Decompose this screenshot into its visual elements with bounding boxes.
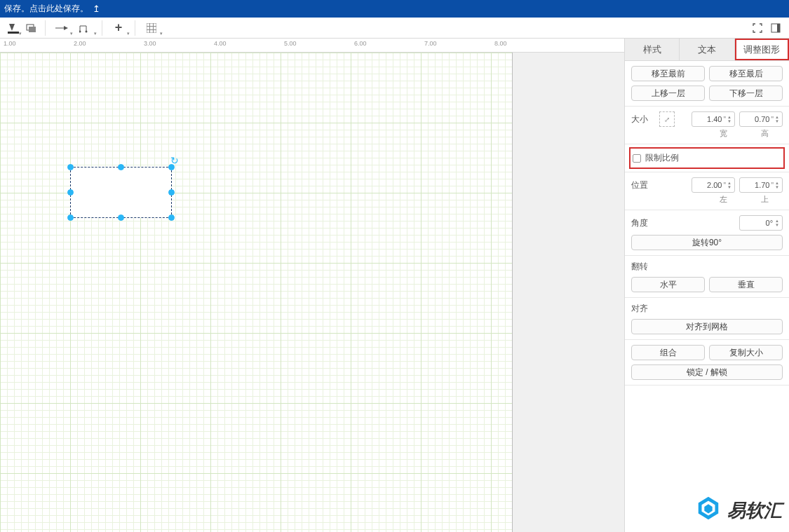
constrain-checkbox-row[interactable]: 限制比例 xyxy=(631,149,783,167)
size-section: 大小 ⤢ 1.40"▲▼ 0.70"▲▼ 宽高 xyxy=(625,107,789,144)
ruler-tick: 6.00 xyxy=(354,40,367,47)
x-sublabel: 左 xyxy=(720,194,727,205)
resize-handle-bm[interactable] xyxy=(118,214,124,221)
group-section: 组合 复制大小 锁定 / 解锁 xyxy=(625,340,789,386)
selected-shape[interactable]: ↻ xyxy=(70,167,172,218)
rotate90-button[interactable]: 旋转90° xyxy=(631,235,783,250)
insert-tool[interactable]: +▾ xyxy=(107,19,130,37)
to-front-button[interactable]: 移至最前 xyxy=(631,66,705,81)
angle-input[interactable]: 0°▲▼ xyxy=(739,215,783,231)
y-input[interactable]: 1.70"▲▼ xyxy=(739,177,783,193)
order-section: 移至最前 移至最后 上移一层 下移一层 xyxy=(625,61,789,107)
ruler-tick: 8.00 xyxy=(494,40,507,47)
flip-horizontal-button[interactable]: 水平 xyxy=(631,277,705,292)
angle-section: 角度 0°▲▼ 旋转90° xyxy=(625,210,789,256)
constrain-checkbox[interactable] xyxy=(633,154,641,163)
title-bar: 保存。点击此处保存。 ↥ xyxy=(0,0,789,18)
svg-point-4 xyxy=(79,30,81,32)
resize-handle-tr[interactable] xyxy=(168,164,175,170)
width-sublabel: 宽 xyxy=(720,128,727,139)
svg-rect-2 xyxy=(29,27,36,32)
flip-vertical-button[interactable]: 垂直 xyxy=(709,277,783,292)
format-panel: 样式 文本 调整图形 移至最前 移至最后 上移一层 下移一层 大小 ⤢ 1.40… xyxy=(624,39,789,532)
width-input[interactable]: 1.40"▲▼ xyxy=(692,111,735,127)
watermark-text: 易软汇 xyxy=(727,498,782,523)
size-label: 大小 xyxy=(631,114,655,125)
waypoint-tool[interactable]: ▾ xyxy=(74,19,97,37)
constrain-section: 限制比例 xyxy=(625,144,789,172)
lock-unlock-button[interactable]: 锁定 / 解锁 xyxy=(631,364,783,380)
format-tabs: 样式 文本 调整图形 xyxy=(625,39,789,61)
unsaved-text[interactable]: 保存。点击此处保存。 xyxy=(4,3,88,15)
toolbar-separator xyxy=(135,20,135,36)
resize-handle-tm[interactable] xyxy=(118,164,124,170)
ruler-tick: 2.00 xyxy=(74,40,86,47)
height-input[interactable]: 0.70"▲▼ xyxy=(739,111,783,127)
tab-text[interactable]: 文本 xyxy=(680,39,734,60)
copy-size-button[interactable]: 复制大小 xyxy=(709,345,783,360)
align-header: 对齐 xyxy=(631,303,783,315)
flip-header: 翻转 xyxy=(631,261,783,273)
toolbar-separator xyxy=(102,20,102,36)
tab-style[interactable]: 样式 xyxy=(625,39,680,60)
position-label: 位置 xyxy=(631,179,655,191)
position-section: 位置 2.00"▲▼ 1.70"▲▼ 左上 xyxy=(625,172,789,210)
forward-button[interactable]: 上移一层 xyxy=(631,86,705,101)
ruler-tick: 5.00 xyxy=(284,40,297,47)
height-sublabel: 高 xyxy=(761,128,769,139)
svg-point-5 xyxy=(86,30,88,32)
x-input[interactable]: 2.00"▲▼ xyxy=(692,177,735,193)
grid-tool[interactable]: ▾ xyxy=(140,19,163,37)
y-sublabel: 上 xyxy=(761,194,769,205)
autosize-icon[interactable]: ⤢ xyxy=(659,111,675,127)
group-button[interactable]: 组合 xyxy=(631,345,705,360)
fill-color-tool[interactable]: ▾ xyxy=(4,19,22,37)
toolbar: ▾ ▾ ▾ +▾ ▾ xyxy=(0,18,789,39)
ruler-tick: 3.00 xyxy=(144,40,156,47)
resize-handle-mr[interactable] xyxy=(168,189,175,196)
backward-button[interactable]: 下移一层 xyxy=(709,86,783,101)
constrain-label: 限制比例 xyxy=(645,152,679,164)
ruler-tick: 4.00 xyxy=(214,40,227,47)
format-panel-toggle[interactable] xyxy=(767,19,785,37)
connector-style-tool[interactable]: ▾ xyxy=(50,19,74,37)
page-edge xyxy=(512,53,624,532)
resize-handle-ml[interactable] xyxy=(67,189,74,196)
flip-section: 翻转 水平 垂直 xyxy=(625,256,789,298)
resize-handle-tl[interactable] xyxy=(67,164,74,170)
ruler-tick: 1.00 xyxy=(4,40,16,47)
align-section: 对齐 对齐到网格 xyxy=(625,298,789,340)
svg-rect-0 xyxy=(8,32,19,34)
watermark-icon xyxy=(695,495,722,526)
angle-label: 角度 xyxy=(631,217,648,229)
canvas-grid[interactable]: ↻ xyxy=(0,53,624,532)
to-back-button[interactable]: 移至最后 xyxy=(709,66,783,81)
share-icon[interactable]: ↥ xyxy=(93,4,100,14)
toolbar-separator xyxy=(45,20,46,36)
fullscreen-tool[interactable] xyxy=(748,19,767,37)
resize-handle-br[interactable] xyxy=(168,214,175,221)
svg-rect-12 xyxy=(777,24,780,32)
resize-handle-bl[interactable] xyxy=(67,214,74,221)
canvas-area[interactable]: 1.002.003.004.005.006.007.008.00 ↻ xyxy=(0,39,624,532)
watermark: 易软汇 xyxy=(695,495,782,526)
tab-arrange[interactable]: 调整图形 xyxy=(735,39,789,60)
ruler-horizontal: 1.002.003.004.005.006.007.008.00 xyxy=(0,39,624,53)
shadow-tool[interactable] xyxy=(22,19,41,37)
snap-to-grid-button[interactable]: 对齐到网格 xyxy=(631,319,783,334)
ruler-tick: 7.00 xyxy=(424,40,437,47)
svg-rect-6 xyxy=(147,23,156,33)
